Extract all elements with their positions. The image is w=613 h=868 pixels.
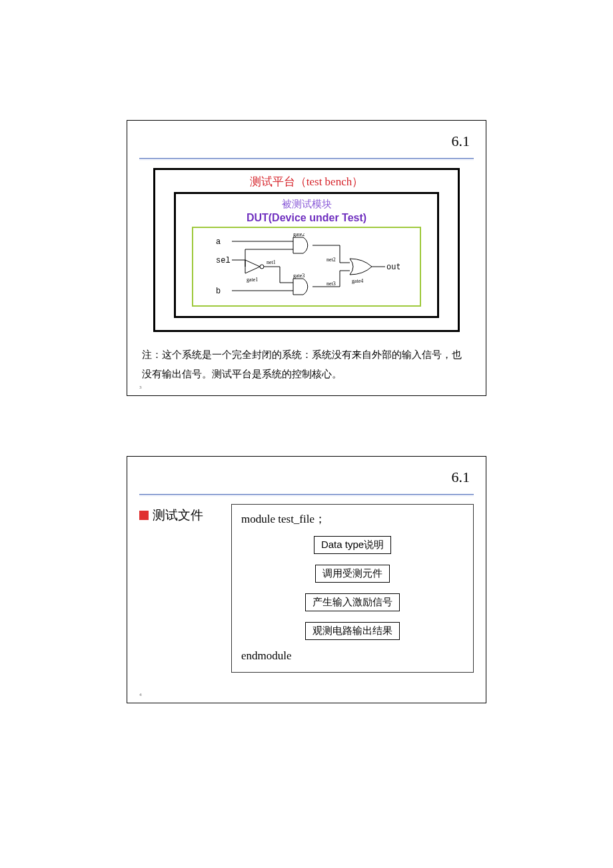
module-close: endmodule bbox=[241, 649, 464, 663]
label-net3: net3 bbox=[326, 281, 336, 287]
dut-label-en: DUT(Device under Test) bbox=[192, 212, 421, 224]
slide-1: 6.1 测试平台（test bench） 被测试模块 DUT(Device un… bbox=[127, 120, 486, 396]
slide-2: 6.1 测试文件 module test_file； Data type说明 调… bbox=[127, 456, 486, 703]
step-box: 观测电路输出结果 bbox=[305, 622, 400, 640]
square-bullet-icon bbox=[139, 511, 149, 520]
note-text: 注：这个系统是一个完全封闭的系统：系统没有来自外部的输入信号，也没有输出信号。测… bbox=[139, 345, 474, 383]
label-a: a bbox=[216, 237, 221, 247]
label-sel: sel bbox=[216, 256, 231, 265]
divider bbox=[139, 158, 474, 159]
page-number: 4 bbox=[139, 692, 474, 697]
label-net2: net2 bbox=[326, 257, 336, 263]
module-box: module test_file； Data type说明 调用受测元件 产生输… bbox=[231, 504, 474, 673]
circuit-diagram: a sel b gate1 n bbox=[213, 233, 400, 300]
svg-marker-5 bbox=[245, 260, 260, 273]
page-number: 3 bbox=[139, 385, 474, 390]
step-box: Data type说明 bbox=[314, 536, 391, 554]
circuit-box: a sel b gate1 n bbox=[192, 227, 421, 307]
bullet-item: 测试文件 bbox=[139, 507, 219, 524]
label-net1: net1 bbox=[267, 259, 276, 265]
divider bbox=[139, 494, 474, 495]
svg-point-6 bbox=[260, 265, 264, 269]
module-open: module test_file； bbox=[241, 511, 464, 527]
section-number: 6.1 bbox=[452, 133, 470, 150]
label-gate2: gate2 bbox=[293, 233, 305, 237]
step-box: 产生输入激励信号 bbox=[305, 593, 400, 611]
bullet-label: 测试文件 bbox=[153, 507, 203, 524]
step-box: 调用受测元件 bbox=[315, 565, 390, 583]
testbench-frame: 测试平台（test bench） 被测试模块 DUT(Device under … bbox=[153, 168, 460, 332]
dut-frame: 被测试模块 DUT(Device under Test) a sel b bbox=[174, 192, 439, 318]
label-out: out bbox=[386, 263, 400, 272]
label-gate4: gate4 bbox=[352, 278, 363, 284]
label-gate1: gate1 bbox=[247, 277, 258, 283]
left-column: 测试文件 bbox=[139, 504, 219, 524]
section-number: 6.1 bbox=[452, 469, 470, 486]
label-gate3: gate3 bbox=[293, 273, 305, 279]
label-b: b bbox=[216, 287, 221, 296]
dut-label-cn: 被测试模块 bbox=[192, 198, 421, 211]
testbench-title: 测试平台（test bench） bbox=[174, 174, 439, 189]
